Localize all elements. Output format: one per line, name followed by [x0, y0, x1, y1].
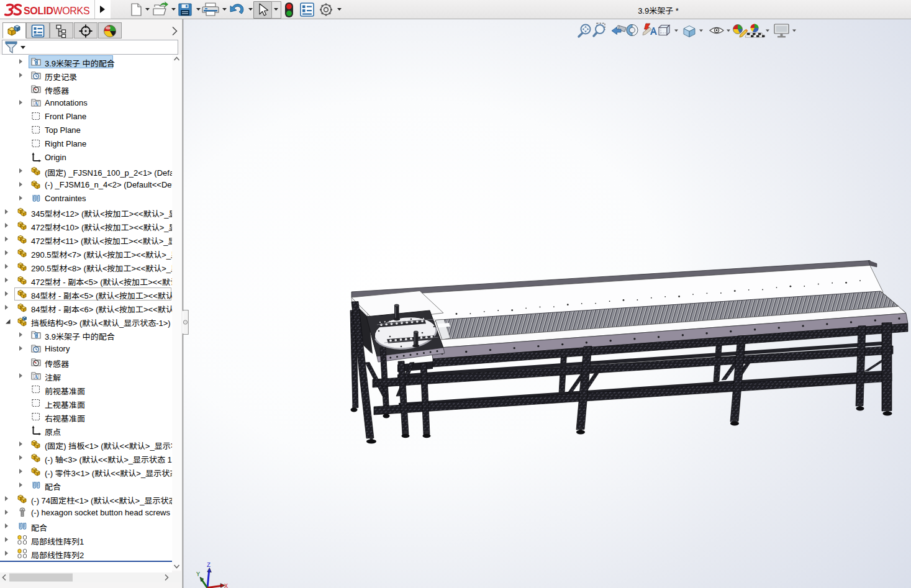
- svg-text:SOLIDWORKS: SOLIDWORKS: [24, 6, 89, 16]
- svg-text:Y: Y: [196, 571, 200, 578]
- svg-text:X: X: [224, 583, 228, 588]
- svg-text:Z: Z: [207, 562, 211, 569]
